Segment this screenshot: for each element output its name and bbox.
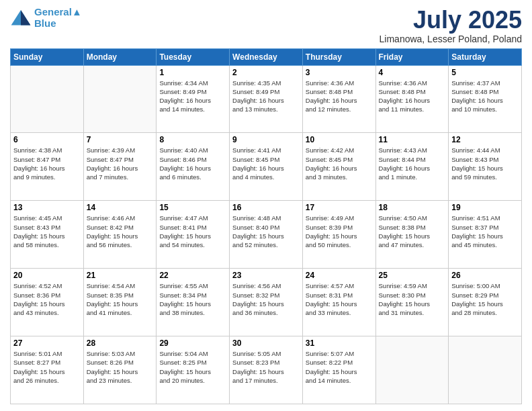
- day-info: Sunrise: 4:57 AM Sunset: 8:31 PM Dayligh…: [306, 281, 373, 317]
- calendar-cell: 26Sunrise: 5:00 AM Sunset: 8:29 PM Dayli…: [449, 269, 522, 336]
- day-number: 15: [159, 203, 226, 212]
- day-info: Sunrise: 4:55 AM Sunset: 8:34 PM Dayligh…: [159, 281, 226, 317]
- day-info: Sunrise: 4:43 AM Sunset: 8:44 PM Dayligh…: [379, 146, 446, 181]
- day-number: 28: [87, 338, 154, 348]
- calendar-cell: 7Sunrise: 4:39 AM Sunset: 8:47 PM Daylig…: [83, 133, 157, 201]
- day-info: Sunrise: 5:01 AM Sunset: 8:27 PM Dayligh…: [13, 349, 81, 385]
- day-number: 23: [232, 271, 300, 280]
- calendar-header-row: SundayMondayTuesdayWednesdayThursdayFrid…: [11, 48, 522, 65]
- calendar-cell: 30Sunrise: 5:05 AM Sunset: 8:23 PM Dayli…: [230, 336, 303, 404]
- calendar-cell: 22Sunrise: 4:55 AM Sunset: 8:34 PM Dayli…: [157, 269, 230, 336]
- calendar-cell: 29Sunrise: 5:04 AM Sunset: 8:25 PM Dayli…: [157, 336, 230, 404]
- day-info: Sunrise: 4:45 AM Sunset: 8:43 PM Dayligh…: [13, 214, 81, 249]
- calendar-cell: 17Sunrise: 4:49 AM Sunset: 8:39 PM Dayli…: [302, 201, 375, 269]
- day-number: 22: [159, 271, 226, 280]
- day-number: 29: [159, 338, 226, 348]
- calendar-header-monday: Monday: [83, 48, 157, 65]
- day-number: 10: [306, 135, 373, 144]
- day-info: Sunrise: 4:36 AM Sunset: 8:48 PM Dayligh…: [379, 79, 446, 114]
- header: General▲ Blue July 2025 Limanowa, Lesser…: [10, 7, 522, 44]
- calendar-cell: [11, 65, 84, 133]
- logo: General▲ Blue: [10, 7, 82, 29]
- day-info: Sunrise: 4:50 AM Sunset: 8:38 PM Dayligh…: [379, 214, 446, 249]
- day-number: 19: [451, 203, 519, 212]
- calendar-cell: 24Sunrise: 4:57 AM Sunset: 8:31 PM Dayli…: [302, 269, 375, 336]
- main-title: July 2025: [380, 7, 522, 34]
- calendar-cell: 23Sunrise: 4:56 AM Sunset: 8:32 PM Dayli…: [230, 269, 303, 336]
- page: General▲ Blue July 2025 Limanowa, Lesser…: [0, 0, 532, 411]
- day-info: Sunrise: 5:03 AM Sunset: 8:26 PM Dayligh…: [87, 349, 154, 385]
- calendar-cell: [83, 65, 157, 133]
- day-info: Sunrise: 4:51 AM Sunset: 8:37 PM Dayligh…: [451, 214, 519, 249]
- calendar-cell: 13Sunrise: 4:45 AM Sunset: 8:43 PM Dayli…: [11, 201, 84, 269]
- calendar-cell: 12Sunrise: 4:44 AM Sunset: 8:43 PM Dayli…: [449, 133, 522, 201]
- day-number: 9: [232, 135, 300, 144]
- day-info: Sunrise: 4:59 AM Sunset: 8:30 PM Dayligh…: [379, 281, 446, 317]
- calendar-header-friday: Friday: [375, 48, 449, 65]
- day-number: 27: [13, 338, 81, 348]
- day-number: 4: [379, 68, 446, 77]
- day-number: 30: [232, 338, 300, 348]
- day-number: 21: [87, 271, 154, 280]
- day-number: 1: [159, 68, 226, 77]
- day-info: Sunrise: 4:42 AM Sunset: 8:45 PM Dayligh…: [306, 146, 373, 181]
- day-info: Sunrise: 4:49 AM Sunset: 8:39 PM Dayligh…: [306, 214, 373, 249]
- day-info: Sunrise: 4:37 AM Sunset: 8:48 PM Dayligh…: [451, 79, 519, 114]
- day-number: 11: [379, 135, 446, 144]
- day-number: 24: [306, 271, 373, 280]
- calendar-cell: 20Sunrise: 4:52 AM Sunset: 8:36 PM Dayli…: [11, 269, 84, 336]
- calendar-cell: 6Sunrise: 4:38 AM Sunset: 8:47 PM Daylig…: [11, 133, 84, 201]
- day-number: 14: [87, 203, 154, 212]
- calendar-header-sunday: Sunday: [11, 48, 84, 65]
- day-info: Sunrise: 4:46 AM Sunset: 8:42 PM Dayligh…: [87, 214, 154, 249]
- calendar-cell: 21Sunrise: 4:54 AM Sunset: 8:35 PM Dayli…: [83, 269, 157, 336]
- logo-text: General▲ Blue: [34, 7, 82, 29]
- day-info: Sunrise: 4:40 AM Sunset: 8:46 PM Dayligh…: [159, 146, 226, 181]
- title-block: July 2025 Limanowa, Lesser Poland, Polan…: [380, 7, 522, 44]
- day-number: 2: [232, 68, 300, 77]
- calendar-cell: 3Sunrise: 4:36 AM Sunset: 8:48 PM Daylig…: [302, 65, 375, 133]
- calendar-cell: 1Sunrise: 4:34 AM Sunset: 8:49 PM Daylig…: [157, 65, 230, 133]
- day-info: Sunrise: 4:48 AM Sunset: 8:40 PM Dayligh…: [232, 214, 300, 249]
- day-number: 6: [13, 135, 81, 144]
- day-number: 18: [379, 203, 446, 212]
- day-info: Sunrise: 4:47 AM Sunset: 8:41 PM Dayligh…: [159, 214, 226, 249]
- calendar-cell: 28Sunrise: 5:03 AM Sunset: 8:26 PM Dayli…: [83, 336, 157, 404]
- day-info: Sunrise: 5:04 AM Sunset: 8:25 PM Dayligh…: [159, 349, 226, 385]
- calendar-cell: 9Sunrise: 4:41 AM Sunset: 8:45 PM Daylig…: [230, 133, 303, 201]
- calendar-cell: 8Sunrise: 4:40 AM Sunset: 8:46 PM Daylig…: [157, 133, 230, 201]
- calendar-cell: 4Sunrise: 4:36 AM Sunset: 8:48 PM Daylig…: [375, 65, 449, 133]
- calendar-row-4: 20Sunrise: 4:52 AM Sunset: 8:36 PM Dayli…: [11, 269, 522, 336]
- day-number: 16: [232, 203, 300, 212]
- calendar-cell: [449, 336, 522, 404]
- calendar-row-2: 6Sunrise: 4:38 AM Sunset: 8:47 PM Daylig…: [11, 133, 522, 201]
- calendar-cell: [375, 336, 449, 404]
- calendar-cell: 19Sunrise: 4:51 AM Sunset: 8:37 PM Dayli…: [449, 201, 522, 269]
- day-number: 20: [13, 271, 81, 280]
- day-info: Sunrise: 4:52 AM Sunset: 8:36 PM Dayligh…: [13, 281, 81, 317]
- day-number: 7: [87, 135, 154, 144]
- day-info: Sunrise: 4:35 AM Sunset: 8:49 PM Dayligh…: [232, 79, 300, 114]
- calendar-row-3: 13Sunrise: 4:45 AM Sunset: 8:43 PM Dayli…: [11, 201, 522, 269]
- day-number: 12: [451, 135, 519, 144]
- day-info: Sunrise: 5:07 AM Sunset: 8:22 PM Dayligh…: [306, 349, 373, 385]
- calendar-header-thursday: Thursday: [302, 48, 375, 65]
- calendar-cell: 27Sunrise: 5:01 AM Sunset: 8:27 PM Dayli…: [11, 336, 84, 404]
- calendar-cell: 11Sunrise: 4:43 AM Sunset: 8:44 PM Dayli…: [375, 133, 449, 201]
- calendar-row-1: 1Sunrise: 4:34 AM Sunset: 8:49 PM Daylig…: [11, 65, 522, 133]
- day-info: Sunrise: 4:56 AM Sunset: 8:32 PM Dayligh…: [232, 281, 300, 317]
- day-number: 5: [451, 68, 519, 77]
- day-number: 25: [379, 271, 446, 280]
- logo-line2: Blue: [34, 18, 82, 30]
- calendar-cell: 16Sunrise: 4:48 AM Sunset: 8:40 PM Dayli…: [230, 201, 303, 269]
- day-number: 13: [13, 203, 81, 212]
- logo-line1: General: [34, 6, 72, 17]
- day-info: Sunrise: 4:41 AM Sunset: 8:45 PM Dayligh…: [232, 146, 300, 181]
- day-number: 8: [159, 135, 226, 144]
- logo-icon: [10, 9, 32, 28]
- day-number: 26: [451, 271, 519, 280]
- day-info: Sunrise: 5:05 AM Sunset: 8:23 PM Dayligh…: [232, 349, 300, 385]
- calendar-row-5: 27Sunrise: 5:01 AM Sunset: 8:27 PM Dayli…: [11, 336, 522, 404]
- day-number: 17: [306, 203, 373, 212]
- day-info: Sunrise: 4:39 AM Sunset: 8:47 PM Dayligh…: [87, 146, 154, 181]
